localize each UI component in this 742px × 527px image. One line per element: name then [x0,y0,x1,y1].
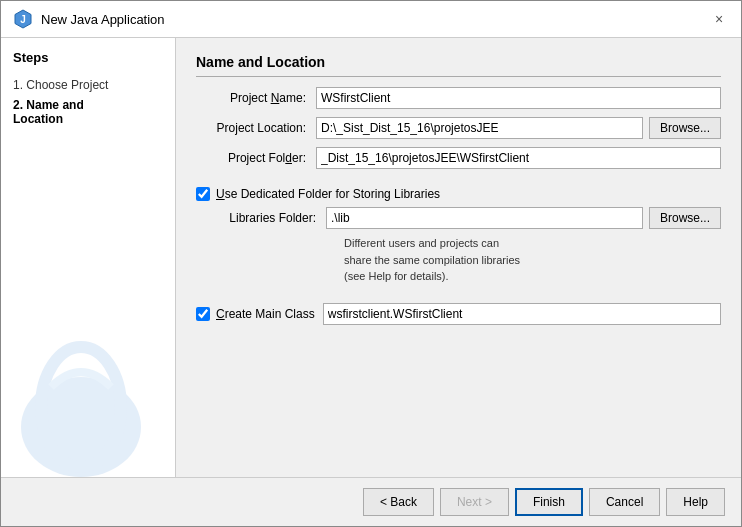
create-main-class-label: Create Main Class [216,307,315,321]
help-button[interactable]: Help [666,488,725,516]
dialog-content: Steps 1. Choose Project 2. Name andLocat… [1,38,741,477]
libraries-folder-label: Libraries Folder: [216,211,326,225]
section-title: Name and Location [196,54,721,77]
back-button[interactable]: < Back [363,488,434,516]
create-main-class-checkbox[interactable] [196,307,210,321]
dialog-title: New Java Application [41,12,165,27]
project-name-row: Project Name: [196,87,721,109]
steps-list: 1. Choose Project 2. Name andLocation [13,75,163,129]
title-bar-left: J New Java Application [13,9,165,29]
project-location-label: Project Location: [196,121,316,135]
browse-libraries-button[interactable]: Browse... [649,207,721,229]
libraries-hint: Different users and projects can share t… [344,235,721,285]
java-icon: J [13,9,33,29]
project-location-input[interactable] [316,117,643,139]
libraries-folder-input[interactable] [326,207,643,229]
dialog-footer: < Back Next > Finish Cancel Help [1,477,741,526]
project-location-row: Project Location: Browse... [196,117,721,139]
finish-button[interactable]: Finish [515,488,583,516]
project-name-input[interactable] [316,87,721,109]
step-1: 1. Choose Project [13,75,163,95]
project-folder-row: Project Folder: [196,147,721,169]
dedicated-folder-row: Use Dedicated Folder for Storing Librari… [196,187,721,201]
steps-heading: Steps [13,50,163,65]
create-main-class-row: Create Main Class [196,303,721,325]
dedicated-folder-checkbox[interactable] [196,187,210,201]
main-class-input[interactable] [323,303,721,325]
browse-location-button[interactable]: Browse... [649,117,721,139]
new-java-application-dialog: J New Java Application × Steps 1. Choose… [0,0,742,527]
step-2: 2. Name andLocation [13,95,163,129]
svg-text:J: J [20,14,26,25]
sidebar: Steps 1. Choose Project 2. Name andLocat… [1,38,176,477]
dedicated-folder-label: Use Dedicated Folder for Storing Librari… [216,187,440,201]
project-name-label: Project Name: [196,91,316,105]
main-panel: Name and Location Project Name: Project … [176,38,741,477]
title-bar: J New Java Application × [1,1,741,38]
libraries-row: Libraries Folder: Browse... [196,207,721,229]
sidebar-watermark [1,337,161,477]
project-folder-label: Project Folder: [196,151,316,165]
step-2-label: Name andLocation [13,98,84,126]
close-button[interactable]: × [709,9,729,29]
cancel-button[interactable]: Cancel [589,488,660,516]
project-folder-input[interactable] [316,147,721,169]
next-button[interactable]: Next > [440,488,509,516]
